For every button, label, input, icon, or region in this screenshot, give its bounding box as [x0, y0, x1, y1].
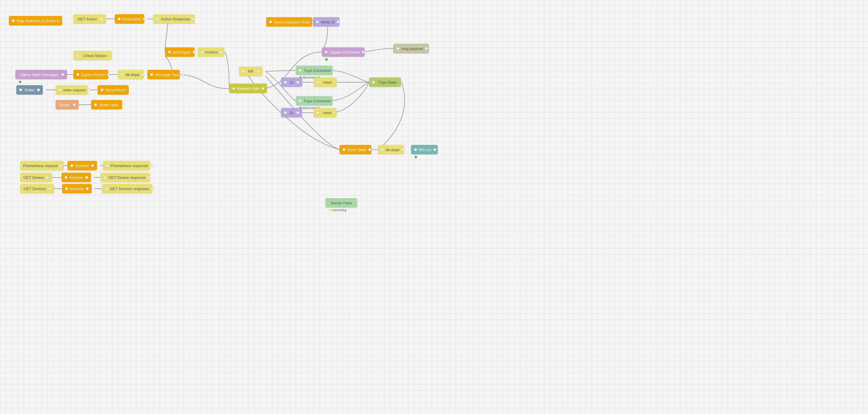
tuya-state-node[interactable]: Tuya State — [369, 77, 401, 87]
server-fans-status: connecting — [329, 209, 346, 212]
de-dupe-2-node[interactable]: de-dupe — [378, 145, 404, 154]
zigbee-parser-node[interactable]: Zigbee Parser — [73, 70, 108, 79]
zigbee-mqtt-node[interactable]: Zigbee Mqtt messages connected — [16, 70, 67, 79]
ws-out-node[interactable]: WS out connected 1 — [411, 145, 438, 154]
boiler-data-node[interactable]: Boiler data — [91, 100, 122, 109]
get-device-node[interactable]: GET Device — [20, 173, 52, 182]
reset-2-node[interactable]: reset — [313, 108, 337, 118]
actions-node[interactable]: Actions — [197, 47, 224, 57]
www-request-node[interactable]: www request — [56, 85, 88, 95]
de-dupe-node[interactable]: de-dupe — [118, 70, 144, 79]
store-state-node[interactable]: Store State — [340, 145, 371, 154]
function-get-devices-node[interactable]: function — [62, 184, 92, 193]
get-device-response-node[interactable]: GET Device response — [100, 173, 150, 182]
get-action-node[interactable]: GET Action — [73, 14, 106, 24]
rr-node[interactable]: RR — [239, 67, 262, 76]
get-targets-node[interactable]: getTargets — [165, 47, 195, 57]
delay-2s-1-node[interactable]: 2s — [281, 77, 302, 87]
msg-payload-node[interactable]: msg payload — [393, 44, 429, 53]
delay-2s-2-node[interactable]: 2s — [281, 108, 302, 118]
prometheus-request-node[interactable]: Prometheus request — [20, 161, 64, 170]
zigbee-mqtt-status: connected — [19, 80, 36, 84]
action-response-node[interactable]: Action Response — [153, 14, 195, 24]
poller-node[interactable]: Poller — [16, 85, 43, 95]
zigbee-command-status: connected — [325, 58, 342, 61]
function-get-device-node[interactable]: function — [62, 173, 91, 182]
reset-1-node[interactable]: reset — [313, 77, 337, 87]
message-type-node[interactable]: Message Type — [147, 70, 180, 79]
prometheus-response-node[interactable]: Prometheus response — [103, 161, 150, 170]
web-action-node[interactable]: WebAction — [115, 14, 144, 24]
delay-2s-node[interactable]: delay 2s — [313, 17, 340, 27]
network-split-node[interactable]: Network Split — [229, 84, 267, 93]
ws-out-status: connected 1 — [415, 155, 434, 159]
map-switches-node[interactable]: Map Switches to Buttons — [9, 16, 62, 25]
boiler-node[interactable]: Boiler — [56, 100, 79, 109]
tuya-command-1-node[interactable]: Tuya Command disconnected — [296, 66, 333, 75]
check-motion-node[interactable]: Check Motion — [73, 51, 112, 60]
get-devices-response-node[interactable]: GET Devices response — [102, 184, 152, 193]
server-fans-node[interactable]: Server Fans connecting — [325, 198, 357, 208]
zigbee-command-node[interactable]: Zigbee Command connected — [322, 47, 365, 57]
tuya-command-2-node[interactable]: Tuya Command disconnected — [296, 96, 333, 105]
get-devices-node[interactable]: GET Devices — [20, 184, 54, 193]
query-updated-state-node[interactable]: Query Updated State — [266, 17, 312, 27]
server-room-node[interactable]: ServerRoom — [98, 85, 129, 95]
function-prometheus-node[interactable]: function — [67, 161, 97, 170]
